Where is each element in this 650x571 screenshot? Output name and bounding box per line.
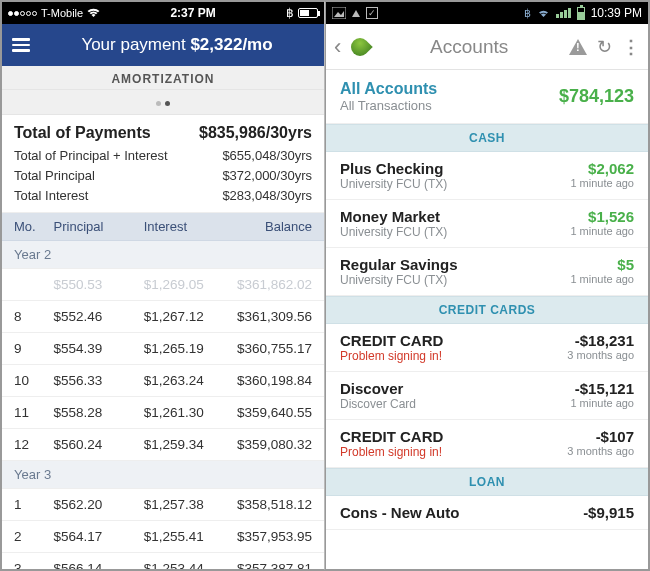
account-time: 3 months ago xyxy=(567,349,634,361)
totals-value: $835,986/30yrs xyxy=(199,121,312,146)
cell-mo: 1 xyxy=(2,497,54,512)
account-amount: -$9,915 xyxy=(583,504,634,521)
status-time: 2:37 PM xyxy=(170,6,215,20)
bluetooth-icon: ฿ xyxy=(286,6,294,20)
col-balance: Balance xyxy=(227,219,324,234)
cell-mo xyxy=(2,277,54,292)
account-row[interactable]: CREDIT CARDProblem signing in!-$1073 mon… xyxy=(326,420,648,468)
cell-principal: $550.53 xyxy=(54,277,144,292)
totals-key: Total Principal xyxy=(14,166,95,186)
table-row[interactable]: 8$552.46$1,267.12$361,309.56 xyxy=(2,301,324,333)
refresh-icon[interactable]: ↻ xyxy=(597,36,612,58)
totals-row: Total Principal$372,000/30yrs xyxy=(14,166,312,186)
col-interest: Interest xyxy=(144,219,228,234)
cell-balance: $360,755.17 xyxy=(227,341,324,356)
cell-balance: $360,198.84 xyxy=(227,373,324,388)
account-name: Regular Savings xyxy=(340,256,458,273)
totals-row: Total Interest$283,048/30yrs xyxy=(14,186,312,206)
table-row[interactable]: 11$558.28$1,261.30$359,640.55 xyxy=(2,397,324,429)
cell-mo: 12 xyxy=(2,437,54,452)
totals-block: Total of Payments$835,986/30yrsTotal of … xyxy=(2,115,324,213)
cell-principal: $560.24 xyxy=(54,437,144,452)
cell-balance: $359,640.55 xyxy=(227,405,324,420)
cell-interest: $1,255.41 xyxy=(144,529,228,544)
ios-status-bar: T-Mobile 2:37 PM ฿ xyxy=(2,2,324,24)
table-row[interactable]: 10$556.33$1,263.24$360,198.84 xyxy=(2,365,324,397)
account-row[interactable]: Cons - New Auto-$9,915 xyxy=(326,496,648,530)
account-sublabel: University FCU (TX) xyxy=(340,273,458,287)
account-amount: -$15,121 xyxy=(570,380,634,397)
table-row[interactable]: 12$560.24$1,259.34$359,080.32 xyxy=(2,429,324,461)
accounts-list[interactable]: CASHPlus CheckingUniversity FCU (TX)$2,0… xyxy=(326,124,648,530)
cell-balance: $357,387.81 xyxy=(227,561,324,570)
amortization-table[interactable]: Year 2$550.53$1,269.05$361,862.028$552.4… xyxy=(2,241,324,570)
menu-icon[interactable] xyxy=(12,38,30,52)
bluetooth-icon: ฿ xyxy=(524,7,531,20)
cell-mo: 10 xyxy=(2,373,54,388)
page-indicator[interactable] xyxy=(2,90,324,115)
app-header: Your payment $2,322/mo xyxy=(2,24,324,66)
section-header: CREDIT CARDS xyxy=(326,296,648,324)
section-header: LOAN xyxy=(326,468,648,496)
android-status-bar: ✓ ฿ 10:39 PM xyxy=(326,2,648,24)
cell-principal: $562.20 xyxy=(54,497,144,512)
checkbox-icon: ✓ xyxy=(366,7,378,19)
back-icon[interactable]: ‹ xyxy=(334,34,341,60)
net-worth-amount: $784,123 xyxy=(559,86,634,107)
account-amount: -$107 xyxy=(567,428,634,445)
account-amount: -$18,231 xyxy=(567,332,634,349)
alert-icon[interactable] xyxy=(569,39,587,55)
cell-interest: $1,261.30 xyxy=(144,405,228,420)
cell-balance: $358,518.12 xyxy=(227,497,324,512)
ios-phone-screen: T-Mobile 2:37 PM ฿ Your payment $2,322/m… xyxy=(1,1,325,570)
cell-principal: $564.17 xyxy=(54,529,144,544)
mint-logo-icon[interactable] xyxy=(348,34,373,59)
account-row[interactable]: CREDIT CARDProblem signing in!-$18,2313 … xyxy=(326,324,648,372)
totals-row: Total of Principal + Interest$655,048/30… xyxy=(14,146,312,166)
cell-principal: $556.33 xyxy=(54,373,144,388)
cell-mo: 11 xyxy=(2,405,54,420)
year-divider: Year 2 xyxy=(2,241,324,269)
cell-interest: $1,253.44 xyxy=(144,561,228,570)
account-row[interactable]: DiscoverDiscover Card-$15,1211 minute ag… xyxy=(326,372,648,420)
account-name: CREDIT CARD xyxy=(340,428,443,445)
svg-marker-1 xyxy=(334,11,344,17)
table-row[interactable]: 2$564.17$1,255.41$357,953.95 xyxy=(2,521,324,553)
battery-icon xyxy=(577,7,585,20)
table-row[interactable]: 9$554.39$1,265.19$360,755.17 xyxy=(2,333,324,365)
cell-interest: $1,257.38 xyxy=(144,497,228,512)
account-name: CREDIT CARD xyxy=(340,332,443,349)
account-name: Discover xyxy=(340,380,416,397)
table-row[interactable]: $550.53$1,269.05$361,862.02 xyxy=(2,269,324,301)
account-row[interactable]: Plus CheckingUniversity FCU (TX)$2,0621 … xyxy=(326,152,648,200)
carrier-label: T-Mobile xyxy=(41,7,83,19)
account-time: 3 months ago xyxy=(567,445,634,457)
account-time: 1 minute ago xyxy=(570,225,634,237)
all-transactions-label: All Transactions xyxy=(340,98,437,113)
table-row[interactable]: 3$566.14$1,253.44$357,387.81 xyxy=(2,553,324,570)
header-label: Your payment xyxy=(81,35,185,54)
all-accounts-label: All Accounts xyxy=(340,80,437,98)
header-title: Your payment $2,322/mo xyxy=(40,35,314,55)
amortization-subheader: AMORTIZATION xyxy=(2,66,324,90)
image-icon xyxy=(332,7,346,19)
cell-principal: $566.14 xyxy=(54,561,144,570)
account-error: Problem signing in! xyxy=(340,445,443,459)
all-accounts-header[interactable]: All Accounts All Transactions $784,123 xyxy=(326,70,648,124)
totals-row: Total of Payments$835,986/30yrs xyxy=(14,121,312,146)
col-mo: Mo. xyxy=(2,219,54,234)
account-time: 1 minute ago xyxy=(570,177,634,189)
cell-balance: $359,080.32 xyxy=(227,437,324,452)
totals-value: $655,048/30yrs xyxy=(222,146,312,166)
cell-mo: 8 xyxy=(2,309,54,324)
account-row[interactable]: Regular SavingsUniversity FCU (TX)$51 mi… xyxy=(326,248,648,296)
table-row[interactable]: 1$562.20$1,257.38$358,518.12 xyxy=(2,489,324,521)
cell-mo: 2 xyxy=(2,529,54,544)
overflow-menu-icon[interactable]: ⋮ xyxy=(622,36,640,58)
cell-interest: $1,263.24 xyxy=(144,373,228,388)
account-row[interactable]: Money MarketUniversity FCU (TX)$1,5261 m… xyxy=(326,200,648,248)
account-amount: $1,526 xyxy=(570,208,634,225)
wifi-icon xyxy=(537,8,550,18)
battery-icon xyxy=(298,8,318,18)
upload-icon xyxy=(352,10,360,17)
